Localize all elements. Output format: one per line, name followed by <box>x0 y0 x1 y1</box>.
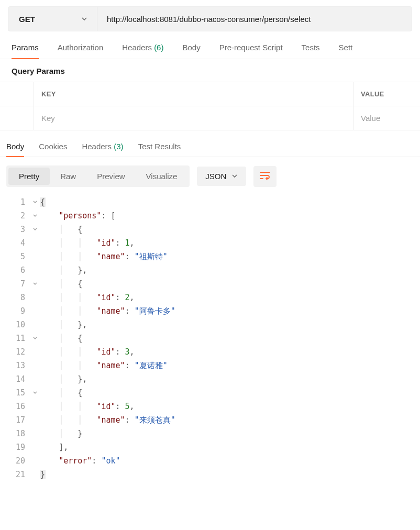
line-number: 11 <box>6 332 30 345</box>
tab-settings[interactable]: Sett <box>339 43 353 59</box>
code-content: │ │ "name": "夏诺雅" <box>40 359 168 372</box>
response-code-area[interactable]: 1{2 "persons": [3 │ {4 │ │ "id": 1,5 │ │… <box>0 195 420 492</box>
code-line: 5 │ │ "name": "祖斯特" <box>6 250 414 263</box>
code-line: 9 │ │ "name": "阿鲁卡多" <box>6 304 414 318</box>
tab-params[interactable]: Params <box>12 43 39 59</box>
fold-toggle-icon <box>30 440 40 454</box>
line-number: 15 <box>6 386 30 400</box>
code-content: } <box>40 468 46 481</box>
code-line: 8 │ │ "id": 2, <box>6 291 414 304</box>
fold-toggle-icon <box>30 250 40 263</box>
resp-tab-body[interactable]: Body <box>6 142 24 157</box>
code-line: 12 │ │ "id": 3, <box>6 345 414 359</box>
wrap-lines-button[interactable] <box>253 166 277 187</box>
tab-authorization[interactable]: Authorization <box>58 43 104 59</box>
code-line: 6 │ }, <box>6 263 414 277</box>
row-leading <box>0 106 34 130</box>
view-visualize-button[interactable]: Visualize <box>136 168 188 185</box>
line-number: 1 <box>6 195 30 209</box>
fold-toggle-icon <box>30 345 40 359</box>
code-line: 1{ <box>6 195 414 209</box>
code-content: ], <box>40 440 68 454</box>
content-type-select[interactable]: JSON <box>197 167 246 186</box>
http-method-select[interactable]: GET <box>8 7 97 31</box>
resp-tab-testresults[interactable]: Test Results <box>138 142 181 157</box>
line-number: 6 <box>6 263 30 277</box>
line-number: 18 <box>6 427 30 440</box>
fold-toggle-icon <box>30 291 40 304</box>
line-number: 7 <box>6 277 30 291</box>
code-line: 15 │ { <box>6 386 414 400</box>
line-number: 9 <box>6 304 30 318</box>
code-content: │ │ "name": "祖斯特" <box>40 250 168 263</box>
line-number: 2 <box>6 209 30 223</box>
tab-headers[interactable]: Headers (6) <box>122 43 163 59</box>
line-number: 17 <box>6 413 30 427</box>
code-content: │ { <box>40 332 82 345</box>
request-bar: GET http://localhost:8081/dubbo-nacos-co… <box>8 6 412 31</box>
code-line: 2 "persons": [ <box>6 209 414 223</box>
code-content: │ │ "id": 1, <box>40 236 135 250</box>
column-header-value: VALUE <box>353 82 420 106</box>
fold-toggle-icon <box>30 318 40 332</box>
line-number: 10 <box>6 318 30 332</box>
table-header-row: KEY VALUE <box>0 82 420 106</box>
line-number: 19 <box>6 440 30 454</box>
column-header-key: KEY <box>34 82 353 106</box>
line-number: 3 <box>6 223 30 236</box>
code-line: 7 │ { <box>6 277 414 291</box>
fold-toggle-icon[interactable] <box>30 195 40 209</box>
resp-tab-cookies[interactable]: Cookies <box>39 142 67 157</box>
value-input[interactable]: Value <box>353 106 420 130</box>
chevron-down-icon <box>81 16 87 22</box>
fold-toggle-icon[interactable] <box>30 209 40 223</box>
fold-toggle-icon[interactable] <box>30 386 40 400</box>
tab-prerequest[interactable]: Pre-request Script <box>219 43 283 59</box>
code-line: 21} <box>6 468 414 481</box>
content-type-label: JSON <box>205 172 226 181</box>
code-line: 14 │ }, <box>6 372 414 386</box>
fold-toggle-icon <box>30 400 40 413</box>
request-tabs: Params Authorization Headers (6) Body Pr… <box>0 31 420 59</box>
code-content: │ }, <box>40 318 87 332</box>
fold-toggle-icon <box>30 263 40 277</box>
key-input[interactable]: Key <box>34 106 353 130</box>
code-line: 20 "error": "ok" <box>6 454 414 468</box>
code-content: │ │ "name": "来须苍真" <box>40 413 175 427</box>
url-input[interactable]: http://localhost:8081/dubbo-nacos-consum… <box>97 7 412 31</box>
code-line: 3 │ { <box>6 223 414 236</box>
code-content: "error": "ok" <box>40 454 120 468</box>
table-row: Key Value <box>0 106 420 130</box>
line-number: 20 <box>6 454 30 468</box>
code-line: 16 │ │ "id": 5, <box>6 400 414 413</box>
code-content: │ │ "name": "阿鲁卡多" <box>40 304 175 318</box>
code-line: 11 │ { <box>6 332 414 345</box>
line-number: 8 <box>6 291 30 304</box>
query-params-table: KEY VALUE Key Value <box>0 82 420 130</box>
resp-tab-headers[interactable]: Headers (3) <box>82 142 123 157</box>
http-method-label: GET <box>19 15 35 24</box>
view-mode-segmented: Pretty Raw Preview Visualize <box>6 165 190 187</box>
fold-toggle-icon <box>30 468 40 481</box>
fold-toggle-icon <box>30 427 40 440</box>
view-raw-button[interactable]: Raw <box>50 168 86 185</box>
fold-toggle-icon[interactable] <box>30 223 40 236</box>
code-content: { <box>40 195 46 209</box>
line-number: 16 <box>6 400 30 413</box>
tab-tests[interactable]: Tests <box>302 43 320 59</box>
fold-toggle-icon[interactable] <box>30 277 40 291</box>
code-content: │ │ "id": 2, <box>40 291 135 304</box>
fold-toggle-icon <box>30 359 40 372</box>
fold-toggle-icon[interactable] <box>30 332 40 345</box>
code-line: 13 │ │ "name": "夏诺雅" <box>6 359 414 372</box>
query-params-heading: Query Params <box>0 59 420 82</box>
view-pretty-button[interactable]: Pretty <box>8 168 50 185</box>
fold-toggle-icon <box>30 372 40 386</box>
view-preview-button[interactable]: Preview <box>86 168 135 185</box>
table-header-leading <box>0 82 34 106</box>
code-line: 18 │ } <box>6 427 414 440</box>
code-content: │ }, <box>40 263 87 277</box>
line-number: 12 <box>6 345 30 359</box>
tab-body[interactable]: Body <box>182 43 200 59</box>
code-content: │ }, <box>40 372 87 386</box>
